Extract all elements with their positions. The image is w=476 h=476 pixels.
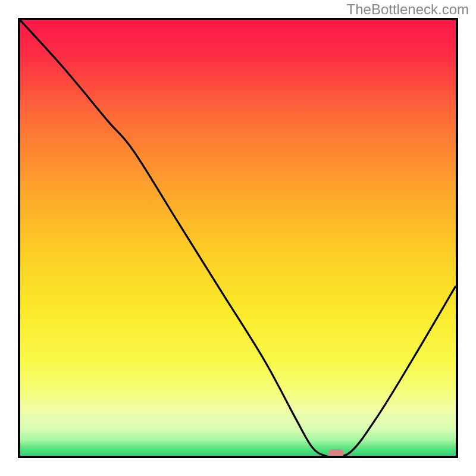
plot-frame bbox=[18, 18, 458, 458]
watermark-text: TheBottleneck.com bbox=[347, 1, 469, 18]
bottleneck-curve bbox=[20, 20, 456, 456]
chart-container: TheBottleneck.com bbox=[0, 0, 476, 476]
optimal-point-marker bbox=[328, 449, 344, 458]
